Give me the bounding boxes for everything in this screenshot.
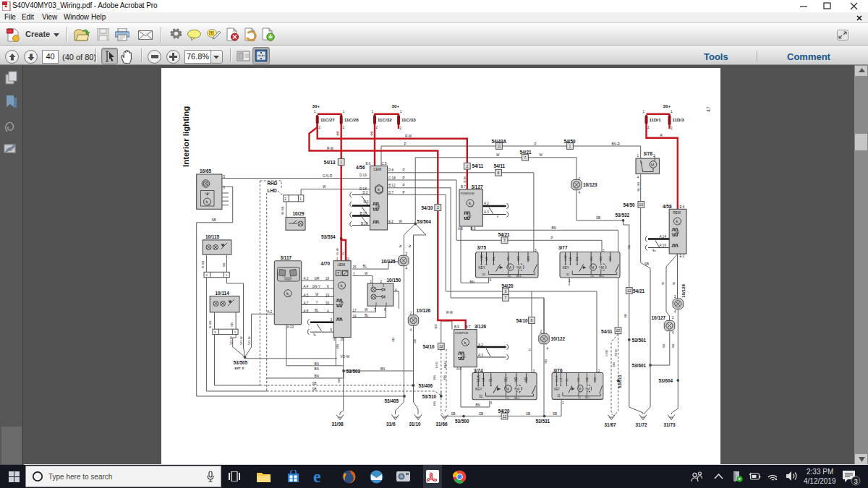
svg-text:W: W	[365, 272, 368, 275]
svg-text:W: W	[315, 293, 319, 296]
svg-text:SB: SB	[644, 262, 649, 266]
svg-text:BL: BL	[315, 309, 319, 312]
svg-text:B:18: B:18	[361, 222, 368, 226]
svg-text:A:4: A:4	[304, 285, 309, 288]
svg-text:B:17: B:17	[360, 212, 367, 215]
svg-text:54/21: 54/21	[520, 150, 532, 155]
svg-text:A:7: A:7	[304, 301, 309, 305]
svg-text:14: 14	[353, 314, 357, 318]
svg-text:1: 1	[336, 257, 339, 261]
svg-text:CEM: CEM	[373, 168, 381, 171]
svg-text:11: 11	[346, 257, 350, 261]
svg-text:2: 2	[319, 126, 321, 129]
svg-text:R-W: R-W	[463, 176, 467, 183]
svg-text:E:2: E:2	[680, 254, 685, 258]
svg-text:SB: SB	[312, 388, 317, 391]
svg-text:1: 1	[340, 160, 342, 164]
svg-text:53/406: 53/406	[419, 383, 433, 388]
svg-text:D:3: D:3	[364, 200, 370, 204]
svg-text:53/511: 53/511	[617, 374, 622, 388]
svg-text:W: W	[496, 153, 500, 157]
svg-text:3/76: 3/76	[553, 368, 563, 373]
svg-text:1: 1	[562, 401, 564, 405]
svg-text:4: 4	[490, 401, 493, 405]
svg-text:1: 1	[299, 197, 302, 201]
svg-text:1: 1	[314, 110, 316, 114]
svg-text:2: 2	[343, 126, 345, 129]
svg-text:54/13: 54/13	[324, 160, 336, 165]
svg-text:LHD: LHD	[268, 188, 278, 193]
svg-text:A:3: A:3	[478, 354, 483, 357]
svg-text:SB: SB	[596, 216, 600, 220]
svg-text:54/21: 54/21	[498, 232, 510, 237]
svg-text:54/43A: 54/43A	[492, 139, 507, 144]
svg-text:LHD: LHD	[605, 350, 608, 356]
svg-text:SB: SB	[230, 322, 234, 327]
svg-text:T: T	[210, 31, 213, 35]
svg-text:15: 15	[353, 265, 357, 269]
svg-text:31/72: 31/72	[636, 422, 647, 427]
svg-text:SB: SB	[553, 412, 557, 416]
svg-text:E:2: E:2	[388, 220, 393, 223]
svg-text:53/534: 53/534	[321, 234, 336, 239]
svg-text:2: 2	[376, 126, 378, 129]
svg-text:PDM/DDM: PDM/DDM	[461, 192, 475, 195]
svg-text:A:16: A:16	[660, 244, 667, 247]
svg-text:E:6: E:6	[366, 162, 371, 166]
svg-text:54/20: 54/20	[502, 283, 514, 288]
svg-text:1: 1	[643, 110, 645, 114]
svg-text:SB: SB	[479, 412, 483, 416]
svg-text:GN-Y: GN-Y	[312, 285, 320, 288]
svg-text:12: 12	[627, 288, 631, 293]
svg-text:A:6: A:6	[456, 367, 461, 371]
svg-text:16/65: 16/65	[200, 168, 211, 174]
svg-text:W: W	[323, 185, 326, 189]
svg-text:R: R	[341, 252, 345, 254]
svg-text:8: 8	[531, 318, 533, 322]
svg-text:31/66: 31/66	[436, 421, 448, 427]
svg-text:W: W	[540, 153, 543, 157]
svg-text:10/126: 10/126	[417, 308, 431, 313]
svg-text:3/74: 3/74	[474, 368, 483, 373]
svg-text:RHD: RHD	[268, 181, 278, 186]
svg-text:BL-SB: BL-SB	[637, 182, 640, 192]
svg-text:BN: BN	[612, 362, 616, 367]
svg-text:12: 12	[503, 414, 507, 419]
svg-text:54/11: 54/11	[601, 329, 613, 334]
svg-text:BN: BN	[380, 367, 385, 371]
svg-text:2: 2	[540, 330, 542, 333]
svg-text:C:5: C:5	[382, 162, 388, 166]
svg-text:3/78: 3/78	[644, 151, 653, 156]
svg-text:SB: SB	[627, 245, 631, 249]
svg-text:E:6: E:6	[680, 205, 685, 209]
svg-text:SB: SB	[451, 412, 456, 416]
svg-text:BN: BN	[443, 375, 446, 380]
svg-text:4: 4	[490, 278, 492, 282]
svg-text:A:14: A:14	[660, 235, 667, 239]
svg-text:A:2: A:2	[268, 310, 273, 314]
svg-text:47: 47	[706, 106, 711, 112]
svg-text:VO-W: VO-W	[247, 335, 251, 345]
svg-text:2: 2	[674, 295, 676, 299]
svg-text:RHD: RHD	[443, 361, 447, 368]
svg-text:BL: BL	[365, 314, 369, 317]
svg-text:53/501: 53/501	[632, 338, 647, 343]
svg-text:A:3: A:3	[484, 210, 489, 214]
svg-text:BN: BN	[476, 403, 480, 407]
svg-text:BN: BN	[433, 375, 436, 380]
svg-text:5: 5	[331, 328, 333, 332]
svg-text:SB: SB	[544, 359, 548, 364]
svg-text:P: P	[403, 184, 405, 187]
svg-text:A:10: A:10	[287, 325, 294, 329]
svg-text:54/10: 54/10	[516, 318, 528, 323]
svg-text:3: 3	[533, 369, 535, 373]
svg-text:DDM/PDM: DDM/PDM	[455, 332, 468, 335]
svg-text:4: 4	[395, 288, 397, 292]
svg-text:VO-W: VO-W	[341, 355, 350, 359]
svg-text:7: 7	[374, 308, 376, 312]
svg-text:BN: BN	[336, 344, 339, 348]
svg-text:6: 6	[327, 285, 329, 288]
svg-text:M: M	[651, 163, 655, 167]
svg-text:R-SB: R-SB	[208, 320, 212, 328]
svg-text:54/11: 54/11	[494, 163, 506, 168]
